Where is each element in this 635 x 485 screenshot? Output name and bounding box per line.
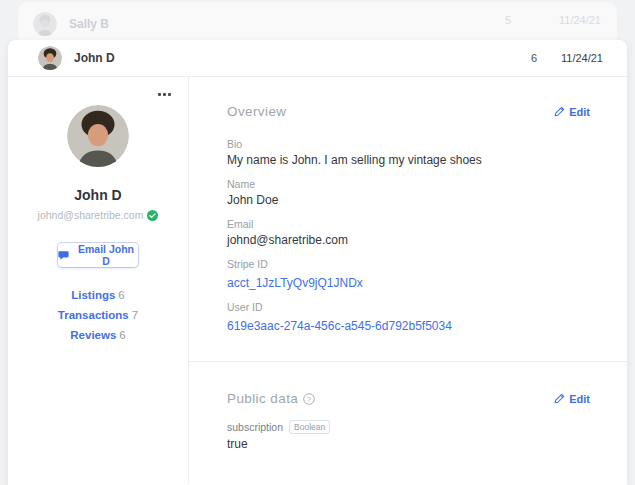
user-detail-card: John D 6 11/24/21 John D johnd@sharetrib… [8,40,627,485]
detail-panel: Overview Edit Bio My name is John. I am … [189,77,627,484]
overview-title: Overview [227,104,286,119]
email-user-button-label: Email John D [74,243,138,267]
help-circle-icon[interactable]: ? [303,393,315,405]
field-user-id: User ID 619e3aac-274a-456c-a545-6d792b5f… [227,301,590,334]
verified-check-icon [147,210,158,221]
list-row-name: Sally B [69,17,109,31]
field-bio: Bio My name is John. I am selling my vin… [227,138,590,168]
public-data-edit-label: Edit [569,393,590,405]
field-name: Name John Doe [227,178,590,208]
sidebar-link-listings[interactable]: Listings6 [8,285,188,305]
public-data-section: Public data ? Edit [189,362,627,484]
profile-email-row: johnd@sharetribe.com [8,209,188,221]
profile-name: John D [8,187,188,203]
field-stripe-id: Stripe ID acct_1JzLTyQv9jQ1JNDx [227,258,590,291]
user-row-name: John D [74,51,115,65]
profile-email: johnd@sharetribe.com [38,209,144,221]
profile-photo [67,105,129,167]
avatar [38,46,62,70]
listings-count: 6 [118,289,124,301]
public-data-title: Public data [227,391,298,406]
overview-section: Overview Edit Bio My name is John. I am … [189,77,627,362]
user-row-count: 6 [531,52,537,64]
profile-sidebar: John D johnd@sharetribe.com Email John D… [8,77,189,484]
transactions-count: 7 [132,309,138,321]
avatar [33,12,57,36]
field-subscription: subscription Boolean true [227,420,590,452]
pencil-icon [554,393,565,404]
public-data-edit-button[interactable]: Edit [554,393,590,405]
chat-bubble-icon [58,250,69,261]
user-id-link[interactable]: 619e3aac-274a-456c-a545-6d792b5f5034 [227,319,452,334]
pencil-icon [554,106,565,117]
field-email: Email johnd@sharetribe.com [227,218,590,248]
profile-links: Listings6 Transactions7 Reviews6 [8,285,188,345]
user-row-header[interactable]: John D 6 11/24/21 [8,40,627,77]
stripe-id-link[interactable]: acct_1JzLTyQv9jQ1JNDx [227,276,363,291]
reviews-count: 6 [119,329,125,341]
more-options-icon[interactable] [155,90,174,99]
list-row-count: 5 [505,14,511,26]
sidebar-link-transactions[interactable]: Transactions7 [8,305,188,325]
sidebar-link-reviews[interactable]: Reviews6 [8,325,188,345]
email-user-button[interactable]: Email John D [57,242,139,268]
type-badge: Boolean [289,420,330,434]
overview-edit-label: Edit [569,106,590,118]
list-row-date: 11/24/21 [559,14,601,26]
overview-edit-button[interactable]: Edit [554,106,590,118]
user-row-date: 11/24/21 [561,52,603,64]
svg-text:?: ? [307,395,311,402]
